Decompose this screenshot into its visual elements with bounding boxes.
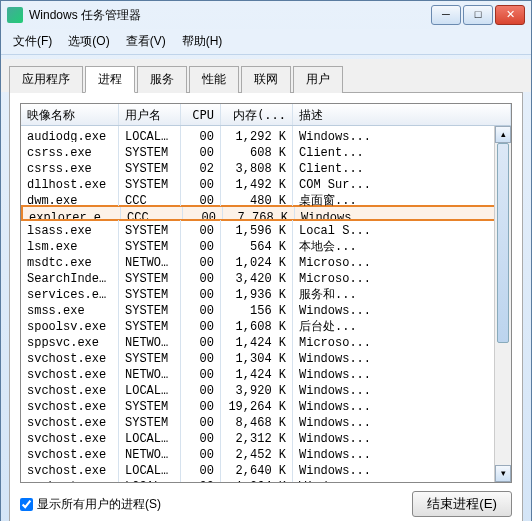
cell-desc: Windows... xyxy=(293,444,511,460)
cell-user: LOCAL... xyxy=(119,460,181,476)
process-list: 映像名称用户名CPU内存(...描述 audiodg.exeLOCAL...00… xyxy=(20,103,512,483)
menu-帮助(H)[interactable]: 帮助(H) xyxy=(178,31,227,52)
scroll-down-button[interactable]: ▾ xyxy=(495,465,511,482)
cell-desc: Microso... xyxy=(293,332,511,348)
process-row[interactable]: csrss.exeSYSTEM00608 KClient... xyxy=(21,142,511,158)
cell-cpu: 00 xyxy=(181,300,221,316)
column-header[interactable]: 描述 xyxy=(293,104,511,125)
scroll-up-button[interactable]: ▴ xyxy=(495,126,511,143)
cell-cpu: 00 xyxy=(181,174,221,190)
cell-mem: 1,424 K xyxy=(221,364,293,380)
process-row[interactable]: svchost.exeLOCAL...003,920 KWindows... xyxy=(21,380,511,396)
cell-mem: 19,264 K xyxy=(221,396,293,412)
tab-进程[interactable]: 进程 xyxy=(85,66,135,93)
cell-name: svchost.exe xyxy=(21,364,119,380)
cell-desc: Microso... xyxy=(293,268,511,284)
cell-cpu: 00 xyxy=(181,316,221,332)
show-all-users-checkbox[interactable]: 显示所有用户的进程(S) xyxy=(20,496,161,513)
cell-desc: Windows... xyxy=(293,412,511,428)
process-row[interactable]: audiodg.exeLOCAL...001,292 KWindows... xyxy=(21,126,511,142)
titlebar[interactable]: Windows 任务管理器 ─ □ ✕ xyxy=(1,1,531,29)
cell-desc: Local S... xyxy=(293,220,511,236)
cell-mem: 1,424 K xyxy=(221,332,293,348)
process-row[interactable]: dllhost.exeSYSTEM001,492 KCOM Sur... xyxy=(21,174,511,190)
cell-user: LOCAL... xyxy=(119,476,181,483)
menu-查看(V)[interactable]: 查看(V) xyxy=(122,31,170,52)
process-row[interactable]: svchost.exeSYSTEM0019,264 KWindows... xyxy=(21,396,511,412)
column-headers: 映像名称用户名CPU内存(...描述 xyxy=(21,104,511,126)
cell-cpu: 00 xyxy=(181,396,221,412)
column-header[interactable]: 内存(... xyxy=(221,104,293,125)
cell-desc: Windows... xyxy=(293,428,511,444)
cell-desc: 桌面窗... xyxy=(293,190,511,206)
cell-mem: 2,312 K xyxy=(221,428,293,444)
cell-desc: Windows... xyxy=(293,126,511,142)
cell-user: SYSTEM xyxy=(119,284,181,300)
process-row[interactable]: explorer.exeCCC007,768 KWindows... xyxy=(21,205,511,221)
cell-mem: 1,608 K xyxy=(221,316,293,332)
cell-mem: 3,920 K xyxy=(221,380,293,396)
cell-cpu: 00 xyxy=(181,268,221,284)
cell-cpu: 00 xyxy=(183,207,223,219)
process-row[interactable]: sppsvc.exeNETWO...001,424 KMicroso... xyxy=(21,332,511,348)
process-row[interactable]: svchost.exeNETWO...001,424 KWindows... xyxy=(21,364,511,380)
cell-user: NETWO... xyxy=(119,444,181,460)
show-all-users-input[interactable] xyxy=(20,498,33,511)
cell-mem: 1,304 K xyxy=(221,348,293,364)
cell-name: msdtc.exe xyxy=(21,252,119,268)
tab-应用程序[interactable]: 应用程序 xyxy=(9,66,83,93)
process-row[interactable]: msdtc.exeNETWO...001,024 KMicroso... xyxy=(21,252,511,268)
end-process-button[interactable]: 结束进程(E) xyxy=(412,491,512,517)
cell-user: LOCAL... xyxy=(119,380,181,396)
cell-cpu: 00 xyxy=(181,476,221,483)
process-row[interactable]: csrss.exeSYSTEM023,808 KClient... xyxy=(21,158,511,174)
column-header[interactable]: 映像名称 xyxy=(21,104,119,125)
process-row[interactable]: smss.exeSYSTEM00156 KWindows... xyxy=(21,300,511,316)
cell-desc: 本地会... xyxy=(293,236,511,252)
maximize-button[interactable]: □ xyxy=(463,5,493,25)
process-row[interactable]: svchost.exeSYSTEM008,468 KWindows... xyxy=(21,412,511,428)
tab-服务[interactable]: 服务 xyxy=(137,66,187,93)
cell-cpu: 00 xyxy=(181,220,221,236)
cell-mem: 1,492 K xyxy=(221,174,293,190)
process-row[interactable]: svchost.exeSYSTEM001,304 KWindows... xyxy=(21,348,511,364)
cell-mem: 480 K xyxy=(221,190,293,206)
process-row[interactable]: lsm.exeSYSTEM00564 K本地会... xyxy=(21,236,511,252)
process-row[interactable]: svchost.exeNETWO...002,452 KWindows... xyxy=(21,444,511,460)
cell-name: dllhost.exe xyxy=(21,174,119,190)
cell-name: svchost.exe xyxy=(21,348,119,364)
process-row[interactable]: lsass.exeSYSTEM001,596 KLocal S... xyxy=(21,220,511,236)
tab-用户[interactable]: 用户 xyxy=(293,66,343,93)
cell-desc: Windows... xyxy=(293,364,511,380)
cell-name: spoolsv.exe xyxy=(21,316,119,332)
process-row[interactable]: svchost.exeLOCAL...002,312 KWindows... xyxy=(21,428,511,444)
cell-name: SearchInde... xyxy=(21,268,119,284)
menu-选项(O)[interactable]: 选项(O) xyxy=(64,31,113,52)
cell-mem: 1,596 K xyxy=(221,220,293,236)
cell-user: SYSTEM xyxy=(119,158,181,174)
tab-性能[interactable]: 性能 xyxy=(189,66,239,93)
process-row[interactable]: svchost.exeLOCAL...002,640 KWindows... xyxy=(21,460,511,476)
vertical-scrollbar[interactable]: ▴ ▾ xyxy=(494,126,511,482)
cell-user: SYSTEM xyxy=(119,220,181,236)
process-row[interactable]: services.exeSYSTEM001,936 K服务和... xyxy=(21,284,511,300)
process-row[interactable]: svchost.exeLOCAL...001,064 KWindows... xyxy=(21,476,511,483)
cell-cpu: 00 xyxy=(181,126,221,142)
cell-name: services.exe xyxy=(21,284,119,300)
process-row[interactable]: SearchInde...SYSTEM003,420 KMicroso... xyxy=(21,268,511,284)
cell-user: SYSTEM xyxy=(119,142,181,158)
tab-联网[interactable]: 联网 xyxy=(241,66,291,93)
cell-user: CCC xyxy=(119,190,181,206)
column-header[interactable]: 用户名 xyxy=(119,104,181,125)
task-manager-window: Windows 任务管理器 ─ □ ✕ 文件(F)选项(O)查看(V)帮助(H)… xyxy=(0,0,532,521)
cell-user: CCC xyxy=(121,207,183,219)
cell-user: NETWO... xyxy=(119,332,181,348)
cell-mem: 1,024 K xyxy=(221,252,293,268)
menu-文件(F)[interactable]: 文件(F) xyxy=(9,31,56,52)
column-header[interactable]: CPU xyxy=(181,104,221,125)
process-row[interactable]: spoolsv.exeSYSTEM001,608 K后台处... xyxy=(21,316,511,332)
close-button[interactable]: ✕ xyxy=(495,5,525,25)
minimize-button[interactable]: ─ xyxy=(431,5,461,25)
scroll-thumb[interactable] xyxy=(497,143,509,343)
process-row[interactable]: dwm.exeCCC00480 K桌面窗... xyxy=(21,190,511,206)
